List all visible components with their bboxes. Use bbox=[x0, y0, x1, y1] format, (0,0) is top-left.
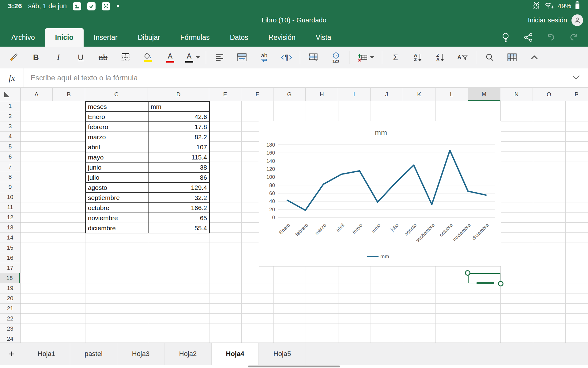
formula-expand-chevron-icon[interactable] bbox=[572, 75, 580, 81]
add-sheet-button[interactable]: + bbox=[0, 343, 23, 365]
cell-D6[interactable]: 115.4 bbox=[149, 152, 210, 163]
row-header-24[interactable]: 24 bbox=[0, 334, 20, 343]
column-header-G[interactable]: G bbox=[273, 88, 306, 101]
cell-D2[interactable]: 42.6 bbox=[149, 112, 210, 122]
column-header-M[interactable]: M bbox=[468, 88, 500, 101]
cell-D5[interactable]: 107 bbox=[149, 142, 210, 152]
collapse-ribbon-icon[interactable] bbox=[523, 48, 545, 67]
tab-datos[interactable]: Datos bbox=[220, 28, 258, 47]
cell-D3[interactable]: 17.8 bbox=[149, 122, 210, 132]
cell-C9[interactable]: agosto bbox=[86, 183, 149, 193]
column-header-P[interactable]: P bbox=[565, 88, 588, 101]
row-header-8[interactable]: 8 bbox=[0, 172, 20, 182]
column-header-O[interactable]: O bbox=[533, 88, 565, 101]
autosum-icon[interactable]: Σ bbox=[384, 48, 407, 67]
bold-button[interactable]: B bbox=[25, 48, 47, 67]
cell-D10[interactable]: 32.2 bbox=[149, 193, 210, 203]
sheet-tab-hoja3[interactable]: Hoja3 bbox=[117, 343, 164, 365]
row-header-4[interactable]: 4 bbox=[0, 132, 20, 142]
share-icon[interactable] bbox=[523, 32, 533, 43]
row-header-1[interactable]: 1 bbox=[0, 101, 20, 111]
cell-D8[interactable]: 86 bbox=[149, 173, 210, 183]
cell-D12[interactable]: 65 bbox=[149, 213, 210, 223]
row-header-23[interactable]: 23 bbox=[0, 324, 20, 334]
font-color-picker-icon[interactable]: A bbox=[181, 48, 204, 67]
horizontal-scrollbar[interactable] bbox=[248, 366, 340, 367]
format-painter-icon[interactable] bbox=[2, 48, 25, 67]
selection-fill-handle[interactable] bbox=[477, 282, 494, 284]
cell-C7[interactable]: junio bbox=[86, 163, 149, 173]
column-header-J[interactable]: J bbox=[371, 88, 403, 101]
selected-cell-m18[interactable] bbox=[468, 273, 500, 283]
cell-D4[interactable]: 82.2 bbox=[149, 132, 210, 142]
row-header-17[interactable]: 17 bbox=[0, 263, 20, 273]
cell-C3[interactable]: febrero bbox=[86, 122, 149, 132]
selection-handle-bottom-right[interactable] bbox=[498, 281, 503, 286]
row-header-16[interactable]: 16 bbox=[0, 253, 20, 263]
column-header-I[interactable]: I bbox=[338, 88, 371, 101]
column-header-E[interactable]: E bbox=[209, 88, 241, 101]
redo-icon[interactable] bbox=[568, 32, 579, 43]
strikethrough-button[interactable]: ab bbox=[92, 48, 114, 67]
sheet-tab-hoja5[interactable]: Hoja5 bbox=[259, 343, 306, 365]
cell-C10[interactable]: septiembre bbox=[86, 193, 149, 203]
row-header-12[interactable]: 12 bbox=[0, 213, 20, 223]
cell-C11[interactable]: octubre bbox=[86, 203, 149, 213]
sort-filter-icon[interactable]: A bbox=[451, 48, 474, 67]
data-table[interactable]: mesesmmEnero42.6febrero17.8marzo82.2abri… bbox=[85, 101, 210, 233]
tab-insertar[interactable]: Insertar bbox=[84, 28, 128, 47]
tab-revisión[interactable]: Revisión bbox=[258, 28, 306, 47]
merge-center-icon[interactable] bbox=[231, 48, 253, 67]
underline-button[interactable]: U bbox=[70, 48, 92, 67]
row-header-22[interactable]: 22 bbox=[0, 314, 20, 324]
tab-inicio[interactable]: Inicio bbox=[45, 28, 84, 47]
column-header-F[interactable]: F bbox=[241, 88, 273, 101]
undo-icon[interactable] bbox=[546, 32, 556, 43]
cell-D9[interactable]: 129.4 bbox=[149, 183, 210, 193]
cell-C5[interactable]: abril bbox=[86, 142, 149, 152]
format-as-table-icon[interactable] bbox=[302, 48, 325, 67]
column-header-B[interactable]: B bbox=[53, 88, 85, 101]
row-header-13[interactable]: 13 bbox=[0, 223, 20, 233]
row-header-5[interactable]: 5 bbox=[0, 142, 20, 152]
sheet-tab-hoja1[interactable]: Hoja1 bbox=[23, 343, 70, 365]
tab-archivo[interactable]: Archivo bbox=[1, 28, 45, 47]
cell-C8[interactable]: julio bbox=[86, 173, 149, 183]
column-header-D[interactable]: D bbox=[148, 88, 209, 101]
borders-icon[interactable] bbox=[114, 48, 137, 67]
cell-C2[interactable]: Enero bbox=[86, 112, 149, 122]
cell-C6[interactable]: mayo bbox=[86, 152, 149, 163]
row-header-18[interactable]: 18 bbox=[0, 273, 20, 283]
sort-ascending-icon[interactable]: AZ bbox=[407, 48, 429, 67]
selection-handle-top-left[interactable] bbox=[465, 270, 470, 276]
cell-C1[interactable]: meses bbox=[86, 102, 149, 112]
paragraph-direction-icon[interactable]: ¶ bbox=[275, 48, 298, 67]
font-color-icon[interactable]: A bbox=[159, 48, 181, 67]
cell-D11[interactable]: 166.2 bbox=[149, 203, 210, 213]
cell-D1[interactable]: mm bbox=[149, 102, 210, 112]
tab-fórmulas[interactable]: Fórmulas bbox=[170, 28, 220, 47]
row-header-3[interactable]: 3 bbox=[0, 121, 20, 132]
line-chart[interactable]: mm020406080100120140160180Enerofebreroma… bbox=[259, 121, 501, 266]
row-header-2[interactable]: 2 bbox=[0, 111, 20, 121]
row-header-11[interactable]: 11 bbox=[0, 202, 20, 213]
column-header-H[interactable]: H bbox=[306, 88, 338, 101]
column-header-A[interactable]: A bbox=[21, 88, 53, 101]
row-header-7[interactable]: 7 bbox=[0, 162, 20, 172]
number-format-icon[interactable]: 123 bbox=[325, 48, 347, 67]
avatar[interactable] bbox=[571, 14, 583, 26]
row-header-21[interactable]: 21 bbox=[0, 304, 20, 314]
select-all-corner[interactable] bbox=[0, 88, 21, 101]
sign-in-button[interactable]: Iniciar sesión bbox=[528, 12, 583, 28]
insert-delete-cells-icon[interactable] bbox=[352, 48, 380, 67]
freeze-panes-icon[interactable] bbox=[501, 48, 523, 67]
cell-C4[interactable]: marzo bbox=[86, 132, 149, 142]
sort-descending-icon[interactable]: ZA bbox=[429, 48, 451, 67]
fill-color-icon[interactable] bbox=[137, 48, 159, 67]
wrap-text-icon[interactable]: ab bbox=[253, 48, 275, 67]
sheet-tab-hoja4[interactable]: Hoja4 bbox=[212, 343, 259, 365]
column-header-K[interactable]: K bbox=[403, 88, 435, 101]
row-header-15[interactable]: 15 bbox=[0, 243, 20, 253]
sheet-tab-hoja2[interactable]: Hoja2 bbox=[164, 343, 212, 365]
lightbulb-icon[interactable] bbox=[500, 32, 511, 43]
